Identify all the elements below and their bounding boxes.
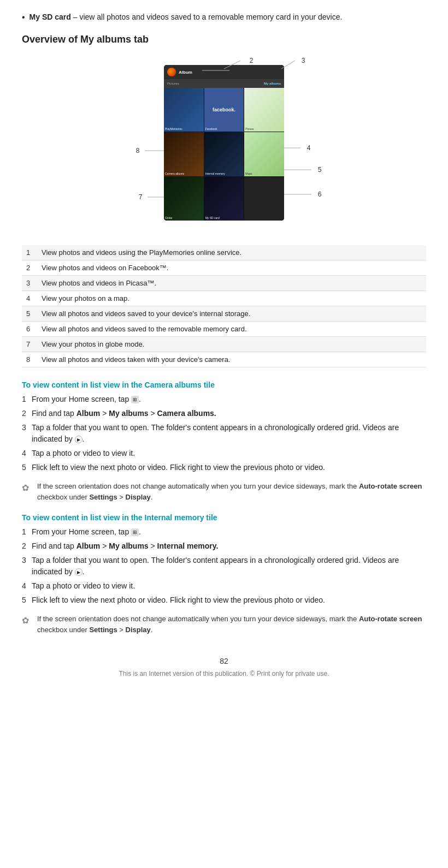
row-number: 6 xyxy=(22,322,37,337)
tip2-text: If the screen orientation does not chang… xyxy=(37,614,426,635)
tip-icon-2: ✿ xyxy=(22,614,33,627)
overview-heading: Overview of My albums tab xyxy=(22,34,426,45)
svg-line-2 xyxy=(224,61,240,69)
svg-text:8: 8 xyxy=(136,147,140,154)
step-item: 1 From your Home screen, tap ⊞. xyxy=(22,526,426,538)
tip-icon: ✿ xyxy=(22,481,33,495)
section2-heading: To view content in list view in the Inte… xyxy=(22,513,426,522)
row-desc: View all photos and videos saved to the … xyxy=(37,322,426,337)
row-desc: View your photos in globe mode. xyxy=(37,337,426,352)
step-item: 5 Flick left to view the next photo or v… xyxy=(22,594,426,606)
section2-steps: 1 From your Home screen, tap ⊞. 2 Find a… xyxy=(22,526,426,606)
diagram-container: Album Pictures My albums PlayMemories fa… xyxy=(82,55,366,235)
svg-text:4: 4 xyxy=(307,144,311,152)
row-number: 7 xyxy=(22,337,37,352)
step-item: 5 Flick left to view the next photo or v… xyxy=(22,462,426,473)
table-row: 7View your photos in globe mode. xyxy=(22,337,426,352)
section1-heading: To view content in list view in the Came… xyxy=(22,381,426,389)
callout-svg: 1 2 3 4 5 6 7 8 xyxy=(82,55,366,235)
table-row: 8View all photos and videos taken with y… xyxy=(22,352,426,367)
tip1-text: If the screen orientation does not chang… xyxy=(37,481,426,502)
table-row: 1View photos and videos using the PlayMe… xyxy=(22,245,426,260)
row-number: 3 xyxy=(22,276,37,291)
table-row: 2View photos and videos on Facebook™. xyxy=(22,260,426,276)
reference-table: 1View photos and videos using the PlayMe… xyxy=(22,245,426,367)
step-item: 4 Tap a photo or video to view it. xyxy=(22,580,426,592)
svg-text:3: 3 xyxy=(302,57,305,64)
row-desc: View your photos on a map. xyxy=(37,291,426,306)
svg-line-4 xyxy=(281,61,295,69)
step-item: 3 Tap a folder that you want to open. Th… xyxy=(22,555,426,578)
step-item: 3 Tap a folder that you want to open. Th… xyxy=(22,422,426,445)
step-item: 4 Tap a photo or video to view it. xyxy=(22,448,426,459)
svg-text:7: 7 xyxy=(139,193,143,201)
step-item: 2 Find and tap Album > My albums > Camer… xyxy=(22,408,426,419)
svg-text:6: 6 xyxy=(318,191,322,198)
row-number: 1 xyxy=(22,245,37,260)
svg-text:1: 1 xyxy=(198,67,202,74)
step-item: 1 From your Home screen, tap ⊞. xyxy=(22,394,426,405)
table-row: 3View photos and videos in Picasa™. xyxy=(22,276,426,291)
footer-note: This is an Internet version of this publ… xyxy=(22,670,426,677)
row-number: 8 xyxy=(22,352,37,367)
tip2-box: ✿ If the screen orientation does not cha… xyxy=(22,614,426,635)
table-row: 5View all photos and videos saved to you… xyxy=(22,306,426,322)
row-desc: View photos and videos in Picasa™. xyxy=(37,276,426,291)
row-desc: View photos and videos on Facebook™. xyxy=(37,260,426,276)
svg-text:5: 5 xyxy=(318,166,322,174)
row-desc: View all photos and videos taken with yo… xyxy=(37,352,426,367)
sd-card-desc: – view all photos and videos saved to a … xyxy=(71,13,342,21)
sd-card-label: My SD card xyxy=(30,13,71,21)
section1-steps: 1 From your Home screen, tap ⊞. 2 Find a… xyxy=(22,394,426,473)
row-number: 2 xyxy=(22,260,37,276)
row-desc: View all photos and videos saved to your… xyxy=(37,306,426,322)
table-row: 4View your photos on a map. xyxy=(22,291,426,306)
bullet-item: • My SD card – view all photos and video… xyxy=(22,11,426,24)
svg-text:2: 2 xyxy=(250,57,254,64)
table-row: 6View all photos and videos saved to the… xyxy=(22,322,426,337)
tip1-box: ✿ If the screen orientation does not cha… xyxy=(22,481,426,502)
step-item: 2 Find and tap Album > My albums > Inter… xyxy=(22,540,426,552)
bullet-icon: • xyxy=(22,11,25,24)
row-number: 4 xyxy=(22,291,37,306)
row-desc: View photos and videos using the PlayMem… xyxy=(37,245,426,260)
row-number: 5 xyxy=(22,306,37,322)
page-number: 82 xyxy=(22,657,426,665)
page-footer: 82 This is an Internet version of this p… xyxy=(22,657,426,677)
bullet-text: My SD card – view all photos and videos … xyxy=(30,11,343,23)
